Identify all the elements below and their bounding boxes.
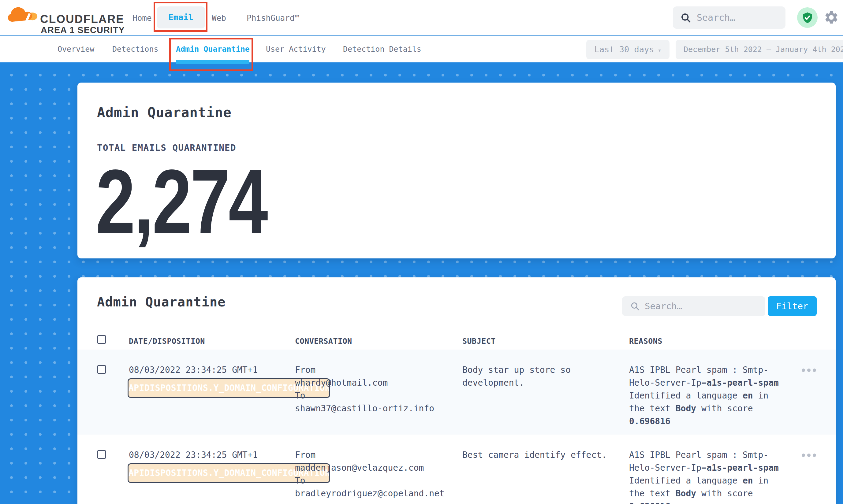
summary-card-title: Admin Quarantine	[97, 105, 232, 120]
top-header: CLOUDFLARE AREA 1 SECURITY Home Email We…	[0, 0, 843, 35]
row-subject: Body star up store so development.	[462, 364, 609, 389]
quarantine-card: Admin Quarantine Filter DATE/DISPOSITION…	[77, 277, 836, 504]
topnav-phishguard[interactable]: PhishGuard™	[247, 14, 299, 23]
search-icon	[630, 301, 640, 311]
time-range-dropdown[interactable]: Last 30 days▾	[586, 40, 669, 59]
brand-subtitle: AREA 1 SECURITY	[41, 25, 125, 35]
row-date: 08/03/2022 23:34:25 GMT+1	[129, 364, 295, 435]
table-row: APIDISPOSITIONS.Y_DOMAIN_CONFIGURATION 0…	[77, 435, 836, 504]
time-range-label: Last 30 days	[594, 44, 654, 54]
quarantine-table: DATE/DISPOSITION CONVERSATION SUBJECT RE…	[77, 332, 836, 504]
select-all-checkbox[interactable]	[97, 335, 106, 344]
account-status-button[interactable]	[797, 7, 818, 28]
global-search[interactable]	[673, 6, 786, 29]
search-icon	[680, 12, 691, 23]
col-header-subject: SUBJECT	[462, 332, 629, 349]
to-label: To	[295, 474, 462, 487]
annotation-box-admin-quarantine	[169, 38, 253, 71]
table-search-input[interactable]	[645, 301, 746, 311]
brand-name: CLOUDFLARE	[40, 13, 124, 26]
row-subject: Best camera identify effect.	[462, 449, 609, 462]
filter-button[interactable]: Filter	[768, 296, 817, 316]
row-checkbox[interactable]	[97, 450, 106, 459]
ellipsis-icon[interactable]	[802, 368, 816, 372]
topnav-web[interactable]: Web	[212, 14, 226, 23]
col-header-date: DATE/DISPOSITION	[129, 332, 295, 349]
global-search-input[interactable]	[697, 12, 773, 23]
to-address: shawn37@castillo-ortiz.info	[295, 402, 462, 415]
date-range-picker[interactable]: December 5th 2022 — January 4th 2023	[675, 40, 843, 59]
table-header-row: DATE/DISPOSITION CONVERSATION SUBJECT RE…	[77, 332, 836, 349]
from-label: From	[295, 364, 462, 376]
row-reasons: A1S IPBL Pearl spam : Smtp-Helo-Server-I…	[629, 449, 782, 504]
to-label: To	[295, 389, 462, 402]
from-label: From	[295, 449, 462, 462]
row-conversation: From maddenjason@velazquez.com To bradle…	[295, 449, 462, 504]
row-conversation: From whardy@hotmail.com To shawn37@casti…	[295, 364, 462, 435]
table-search[interactable]	[622, 296, 765, 316]
summary-card: Admin Quarantine TOTAL EMAILS QUARANTINE…	[77, 83, 836, 258]
from-address: maddenjason@velazquez.com	[295, 462, 462, 474]
metric-value: 2,274	[96, 156, 266, 247]
row-reasons: A1S IPBL Pearl spam : Smtp-Helo-Server-I…	[629, 364, 782, 428]
tab-overview[interactable]: Overview	[57, 44, 94, 54]
tab-detection-details[interactable]: Detection Details	[343, 44, 421, 54]
table-row: APIDISPOSITIONS.Y_DOMAIN_CONFIGURATION 0…	[77, 349, 836, 435]
quarantine-card-title: Admin Quarantine	[97, 294, 226, 309]
from-address: whardy@hotmail.com	[295, 376, 462, 389]
col-header-reasons: REASONS	[629, 332, 786, 349]
col-header-conversation: CONVERSATION	[295, 332, 462, 349]
tab-user-activity[interactable]: User Activity	[266, 44, 326, 54]
ellipsis-icon[interactable]	[802, 453, 816, 457]
to-address: bradleyrodriguez@copeland.net	[295, 487, 462, 500]
caret-down-icon: ▾	[658, 47, 662, 54]
area1-dashboard: { "brand": { "name": "CLOUDFLARE", "sub"…	[0, 0, 843, 504]
row-checkbox[interactable]	[97, 365, 106, 374]
shield-check-icon	[802, 12, 813, 23]
topnav-home[interactable]: Home	[133, 14, 152, 23]
gear-icon[interactable]	[824, 10, 839, 25]
tab-detections[interactable]: Detections	[112, 44, 158, 54]
cloudflare-logo-icon	[6, 2, 38, 24]
annotation-box-email	[154, 2, 208, 32]
